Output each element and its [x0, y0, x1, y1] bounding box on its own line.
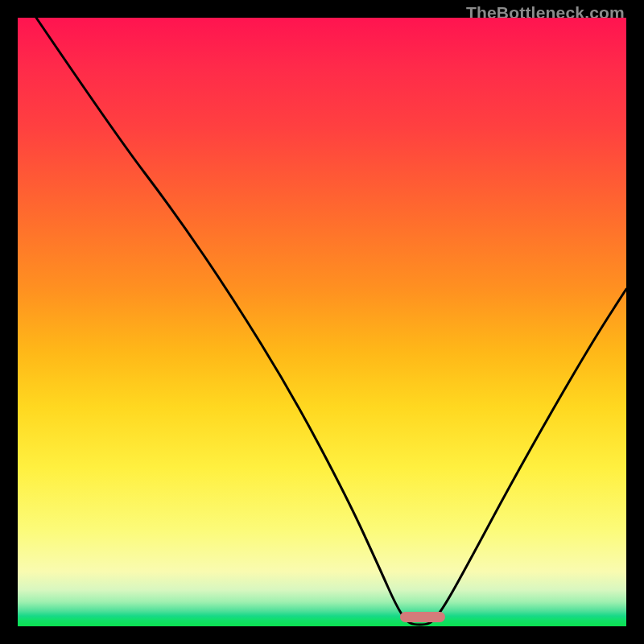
bottleneck-curve	[36, 18, 626, 625]
plot-area	[18, 18, 626, 626]
curve-svg	[18, 18, 626, 626]
chart-container: TheBottleneck.com	[0, 0, 644, 644]
optimal-marker	[400, 612, 445, 622]
